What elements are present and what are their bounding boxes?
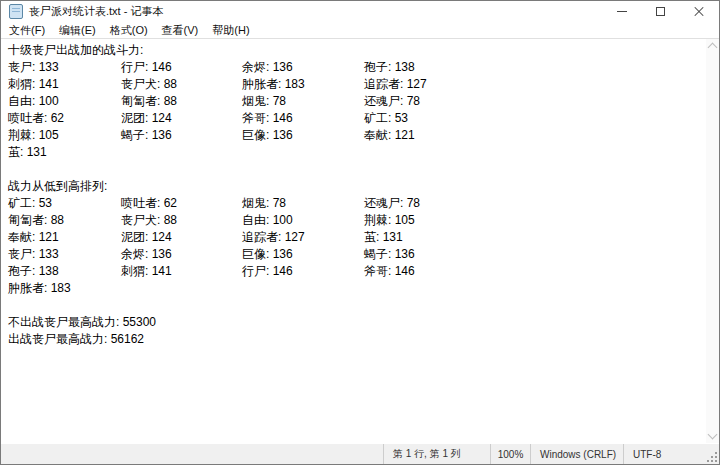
stat-cell: 泥团: 124 xyxy=(121,110,242,127)
close-icon xyxy=(694,6,705,17)
maximize-icon xyxy=(656,7,665,16)
stat-cell: 荆棘: 105 xyxy=(8,127,121,144)
resize-grip-icon[interactable] xyxy=(707,452,717,462)
status-encoding: UTF-8 xyxy=(623,444,719,464)
stat-cell: 茧: 131 xyxy=(8,144,121,161)
stat-cell: 余烬: 136 xyxy=(121,246,242,263)
stat-cell: 烟鬼: 78 xyxy=(242,93,364,110)
stat-row: 肿胀者: 183 xyxy=(8,280,706,297)
stat-cell: 巨像: 136 xyxy=(242,127,364,144)
status-line-col: 第 1 行, 第 1 列 xyxy=(383,444,490,464)
blank-line xyxy=(8,161,706,178)
stat-cell: 蝎子: 136 xyxy=(121,127,242,144)
stat-cell: 喷吐者: 62 xyxy=(8,110,121,127)
notepad-window: 丧尸派对统计表.txt - 记事本 文件(F)编辑(E)格式(O)查看(V)帮助… xyxy=(0,0,720,465)
title-bar[interactable]: 丧尸派对统计表.txt - 记事本 xyxy=(1,1,719,22)
stat-cell: 孢子: 138 xyxy=(364,59,706,76)
stat-cell: 荆棘: 105 xyxy=(364,212,706,229)
stat-row: 奉献: 121泥团: 124追踪者: 127茧: 131 xyxy=(8,229,706,246)
stat-cell: 奉献: 121 xyxy=(364,127,706,144)
stat-cell: 斧哥: 146 xyxy=(364,263,706,280)
vertical-scrollbar[interactable] xyxy=(706,39,719,443)
stat-cell: 肿胀者: 183 xyxy=(242,76,364,93)
menu-item-file[interactable]: 文件(F) xyxy=(2,22,52,39)
stat-row: 喷吐者: 62泥团: 124斧哥: 146矿工: 53 xyxy=(8,110,706,127)
minimize-icon xyxy=(617,11,627,12)
menu-bar: 文件(F)编辑(E)格式(O)查看(V)帮助(H) xyxy=(1,22,719,38)
stat-cell: 蝎子: 136 xyxy=(364,246,706,263)
stat-cell: 巨像: 136 xyxy=(242,246,364,263)
stat-cell: 刺猬: 141 xyxy=(8,76,121,93)
stat-cell: 刺猬: 141 xyxy=(121,263,242,280)
stat-cell: 丧尸犬: 88 xyxy=(121,212,242,229)
notepad-app-icon xyxy=(9,4,23,19)
text-area[interactable]: 十级丧尸出战加的战斗力:丧尸: 133行尸: 146余烬: 136孢子: 138… xyxy=(1,39,706,443)
stat-cell: 奉献: 121 xyxy=(8,229,121,246)
status-zoom-level: 100% xyxy=(490,444,530,464)
stat-row: 自由: 100匍匐者: 88烟鬼: 78还魂尸: 78 xyxy=(8,93,706,110)
stat-row: 匍匐者: 88丧尸犬: 88自由: 100荆棘: 105 xyxy=(8,212,706,229)
summary-line: 不出战丧尸最高战力: 55300 xyxy=(8,314,706,331)
stat-cell: 匍匐者: 88 xyxy=(121,93,242,110)
stat-cell: 余烬: 136 xyxy=(242,59,364,76)
blank-line xyxy=(8,297,706,314)
stat-row: 丧尸: 133行尸: 146余烬: 136孢子: 138 xyxy=(8,59,706,76)
stat-cell: 孢子: 138 xyxy=(8,263,121,280)
stat-row: 茧: 131 xyxy=(8,144,706,161)
menu-item-format[interactable]: 格式(O) xyxy=(103,22,155,39)
stat-row: 孢子: 138刺猬: 141行尸: 146斧哥: 146 xyxy=(8,263,706,280)
menu-item-view[interactable]: 查看(V) xyxy=(155,22,206,39)
stat-cell: 茧: 131 xyxy=(364,229,706,246)
stat-cell: 还魂尸: 78 xyxy=(364,93,706,110)
stat-cell: 还魂尸: 78 xyxy=(364,195,706,212)
stat-cell: 自由: 100 xyxy=(242,212,364,229)
stat-cell: 烟鬼: 78 xyxy=(242,195,364,212)
section-heading: 战力从低到高排列: xyxy=(8,178,706,195)
summary-line: 出战丧尸最高战力: 56162 xyxy=(8,331,706,348)
stat-cell: 追踪者: 127 xyxy=(242,229,364,246)
stat-row: 矿工: 53喷吐者: 62烟鬼: 78还魂尸: 78 xyxy=(8,195,706,212)
stat-cell: 行尸: 146 xyxy=(121,59,242,76)
stat-cell: 矿工: 53 xyxy=(364,110,706,127)
status-bar: 第 1 行, 第 1 列 100% Windows (CRLF) UTF-8 xyxy=(1,444,719,464)
stat-cell: 匍匐者: 88 xyxy=(8,212,121,229)
stat-cell: 肿胀者: 183 xyxy=(8,280,121,297)
menu-item-edit[interactable]: 编辑(E) xyxy=(52,22,103,39)
scroll-up-icon[interactable] xyxy=(708,43,718,53)
stat-cell: 丧尸: 133 xyxy=(8,246,121,263)
stat-row: 荆棘: 105蝎子: 136巨像: 136奉献: 121 xyxy=(8,127,706,144)
stat-row: 丧尸: 133余烬: 136巨像: 136蝎子: 136 xyxy=(8,246,706,263)
stat-cell: 喷吐者: 62 xyxy=(121,195,242,212)
maximize-button[interactable] xyxy=(641,1,680,22)
stat-cell: 矿工: 53 xyxy=(8,195,121,212)
stat-row: 刺猬: 141丧尸犬: 88肿胀者: 183追踪者: 127 xyxy=(8,76,706,93)
status-line-ending: Windows (CRLF) xyxy=(530,444,623,464)
minimize-button[interactable] xyxy=(602,1,641,22)
status-spacer xyxy=(1,444,383,464)
menu-item-help[interactable]: 帮助(H) xyxy=(205,22,256,39)
window-title: 丧尸派对统计表.txt - 记事本 xyxy=(29,4,163,19)
section-heading: 十级丧尸出战加的战斗力: xyxy=(8,42,706,59)
window-controls xyxy=(602,1,719,22)
stat-cell: 斧哥: 146 xyxy=(242,110,364,127)
stat-cell: 行尸: 146 xyxy=(242,263,364,280)
stat-cell: 丧尸: 133 xyxy=(8,59,121,76)
stat-cell: 泥团: 124 xyxy=(121,229,242,246)
stat-cell: 自由: 100 xyxy=(8,93,121,110)
stat-cell: 追踪者: 127 xyxy=(364,76,706,93)
scroll-down-icon[interactable] xyxy=(708,430,718,440)
stat-cell: 丧尸犬: 88 xyxy=(121,76,242,93)
close-button[interactable] xyxy=(680,1,719,22)
